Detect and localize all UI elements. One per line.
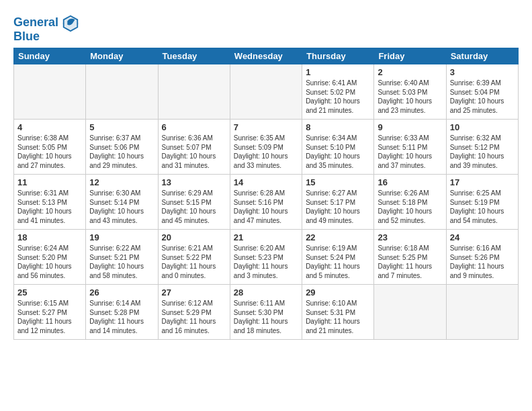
calendar-cell: 29Sunrise: 6:10 AM Sunset: 5:31 PM Dayli… (302, 285, 374, 340)
calendar-cell: 19Sunrise: 6:22 AM Sunset: 5:21 PM Dayli… (86, 230, 158, 285)
day-number: 23 (378, 232, 442, 242)
day-info: Sunrise: 6:15 AM Sunset: 5:27 PM Dayligh… (17, 299, 82, 335)
calendar-cell: 21Sunrise: 6:20 AM Sunset: 5:23 PM Dayli… (230, 230, 302, 285)
day-info: Sunrise: 6:24 AM Sunset: 5:20 PM Dayligh… (17, 244, 82, 280)
calendar-cell: 23Sunrise: 6:18 AM Sunset: 5:25 PM Dayli… (374, 230, 446, 285)
day-info: Sunrise: 6:38 AM Sunset: 5:05 PM Dayligh… (17, 134, 82, 170)
calendar-cell: 18Sunrise: 6:24 AM Sunset: 5:20 PM Dayli… (14, 230, 86, 285)
day-number: 14 (234, 177, 298, 187)
day-number: 18 (17, 232, 82, 242)
day-number: 11 (17, 177, 82, 187)
calendar-cell: 5Sunrise: 6:37 AM Sunset: 5:06 PM Daylig… (86, 120, 158, 175)
day-info: Sunrise: 6:30 AM Sunset: 5:14 PM Dayligh… (89, 189, 154, 225)
logo-text: General (13, 16, 58, 30)
calendar-cell: 28Sunrise: 6:11 AM Sunset: 5:30 PM Dayli… (230, 285, 302, 340)
day-number: 6 (162, 122, 226, 132)
calendar-cell: 2Sunrise: 6:40 AM Sunset: 5:03 PM Daylig… (374, 64, 446, 120)
day-number: 15 (306, 177, 370, 187)
day-info: Sunrise: 6:14 AM Sunset: 5:28 PM Dayligh… (89, 299, 154, 335)
day-number: 19 (89, 232, 154, 242)
calendar-cell: 25Sunrise: 6:15 AM Sunset: 5:27 PM Dayli… (14, 285, 86, 340)
day-number: 3 (450, 67, 515, 77)
calendar-cell: 20Sunrise: 6:21 AM Sunset: 5:22 PM Dayli… (158, 230, 230, 285)
day-info: Sunrise: 6:31 AM Sunset: 5:13 PM Dayligh… (17, 189, 82, 225)
logo-general: General (13, 15, 58, 29)
day-info: Sunrise: 6:16 AM Sunset: 5:26 PM Dayligh… (450, 244, 515, 280)
day-info: Sunrise: 6:10 AM Sunset: 5:31 PM Dayligh… (306, 299, 370, 335)
day-info: Sunrise: 6:40 AM Sunset: 5:03 PM Dayligh… (378, 79, 442, 115)
calendar-cell: 17Sunrise: 6:25 AM Sunset: 5:19 PM Dayli… (446, 175, 518, 230)
calendar-cell: 6Sunrise: 6:36 AM Sunset: 5:07 PM Daylig… (158, 120, 230, 175)
calendar-cell (446, 285, 518, 340)
calendar-cell: 12Sunrise: 6:30 AM Sunset: 5:14 PM Dayli… (86, 175, 158, 230)
calendar-cell (230, 64, 302, 120)
day-info: Sunrise: 6:20 AM Sunset: 5:23 PM Dayligh… (234, 244, 298, 280)
logo: General Blue (13, 13, 80, 44)
calendar-cell: 24Sunrise: 6:16 AM Sunset: 5:26 PM Dayli… (446, 230, 518, 285)
calendar-cell: 13Sunrise: 6:29 AM Sunset: 5:15 PM Dayli… (158, 175, 230, 230)
calendar-cell (158, 64, 230, 120)
week-row-1: 4Sunrise: 6:38 AM Sunset: 5:05 PM Daylig… (14, 120, 519, 175)
day-info: Sunrise: 6:27 AM Sunset: 5:17 PM Dayligh… (306, 189, 370, 225)
day-number: 25 (17, 287, 82, 298)
calendar-cell: 8Sunrise: 6:34 AM Sunset: 5:10 PM Daylig… (302, 120, 374, 175)
calendar-cell (14, 64, 86, 120)
calendar-cell: 9Sunrise: 6:33 AM Sunset: 5:11 PM Daylig… (374, 120, 446, 175)
day-info: Sunrise: 6:35 AM Sunset: 5:09 PM Dayligh… (234, 134, 298, 170)
weekday-saturday: Saturday (446, 48, 518, 64)
weekday-sunday: Sunday (14, 48, 86, 64)
calendar: SundayMondayTuesdayWednesdayThursdayFrid… (13, 48, 519, 340)
weekday-tuesday: Tuesday (158, 48, 230, 64)
calendar-cell: 14Sunrise: 6:28 AM Sunset: 5:16 PM Dayli… (230, 175, 302, 230)
day-number: 5 (89, 122, 154, 132)
day-number: 9 (378, 122, 442, 132)
day-number: 27 (162, 287, 226, 298)
day-info: Sunrise: 6:33 AM Sunset: 5:11 PM Dayligh… (378, 134, 442, 170)
day-number: 12 (89, 177, 154, 187)
page-container: General Blue SundayMondayTuesdayWednesda… (0, 0, 532, 347)
day-number: 28 (234, 287, 298, 298)
day-info: Sunrise: 6:34 AM Sunset: 5:10 PM Dayligh… (306, 134, 370, 170)
day-number: 13 (162, 177, 226, 187)
day-info: Sunrise: 6:25 AM Sunset: 5:19 PM Dayligh… (450, 189, 515, 225)
day-number: 10 (450, 122, 515, 132)
day-info: Sunrise: 6:18 AM Sunset: 5:25 PM Dayligh… (378, 244, 442, 280)
calendar-cell: 15Sunrise: 6:27 AM Sunset: 5:17 PM Dayli… (302, 175, 374, 230)
header: General Blue (13, 11, 519, 44)
day-info: Sunrise: 6:19 AM Sunset: 5:24 PM Dayligh… (306, 244, 370, 280)
day-info: Sunrise: 6:22 AM Sunset: 5:21 PM Dayligh… (89, 244, 154, 280)
calendar-cell: 10Sunrise: 6:32 AM Sunset: 5:12 PM Dayli… (446, 120, 518, 175)
calendar-cell: 3Sunrise: 6:39 AM Sunset: 5:04 PM Daylig… (446, 64, 518, 120)
weekday-friday: Friday (374, 48, 446, 64)
week-row-2: 11Sunrise: 6:31 AM Sunset: 5:13 PM Dayli… (14, 175, 519, 230)
calendar-cell: 7Sunrise: 6:35 AM Sunset: 5:09 PM Daylig… (230, 120, 302, 175)
day-info: Sunrise: 6:11 AM Sunset: 5:30 PM Dayligh… (234, 299, 298, 335)
day-info: Sunrise: 6:29 AM Sunset: 5:15 PM Dayligh… (162, 189, 226, 225)
day-number: 7 (234, 122, 298, 132)
day-info: Sunrise: 6:26 AM Sunset: 5:18 PM Dayligh… (378, 189, 442, 225)
calendar-cell: 1Sunrise: 6:41 AM Sunset: 5:02 PM Daylig… (302, 64, 374, 120)
week-row-0: 1Sunrise: 6:41 AM Sunset: 5:02 PM Daylig… (14, 64, 519, 120)
weekday-header-row: SundayMondayTuesdayWednesdayThursdayFrid… (14, 48, 519, 64)
day-number: 16 (378, 177, 442, 187)
day-info: Sunrise: 6:36 AM Sunset: 5:07 PM Dayligh… (162, 134, 226, 170)
day-info: Sunrise: 6:37 AM Sunset: 5:06 PM Dayligh… (89, 134, 154, 170)
calendar-cell: 27Sunrise: 6:12 AM Sunset: 5:29 PM Dayli… (158, 285, 230, 340)
calendar-cell: 22Sunrise: 6:19 AM Sunset: 5:24 PM Dayli… (302, 230, 374, 285)
calendar-cell: 11Sunrise: 6:31 AM Sunset: 5:13 PM Dayli… (14, 175, 86, 230)
weekday-wednesday: Wednesday (230, 48, 302, 64)
calendar-cell (374, 285, 446, 340)
day-number: 22 (306, 232, 370, 242)
weekday-monday: Monday (86, 48, 158, 64)
calendar-cell: 26Sunrise: 6:14 AM Sunset: 5:28 PM Dayli… (86, 285, 158, 340)
day-number: 26 (89, 287, 154, 298)
day-info: Sunrise: 6:39 AM Sunset: 5:04 PM Dayligh… (450, 79, 515, 115)
week-row-4: 25Sunrise: 6:15 AM Sunset: 5:27 PM Dayli… (14, 285, 519, 340)
day-number: 17 (450, 177, 515, 187)
day-info: Sunrise: 6:32 AM Sunset: 5:12 PM Dayligh… (450, 134, 515, 170)
week-row-3: 18Sunrise: 6:24 AM Sunset: 5:20 PM Dayli… (14, 230, 519, 285)
day-number: 8 (306, 122, 370, 132)
calendar-cell: 16Sunrise: 6:26 AM Sunset: 5:18 PM Dayli… (374, 175, 446, 230)
day-number: 4 (17, 122, 82, 132)
day-number: 24 (450, 232, 515, 242)
